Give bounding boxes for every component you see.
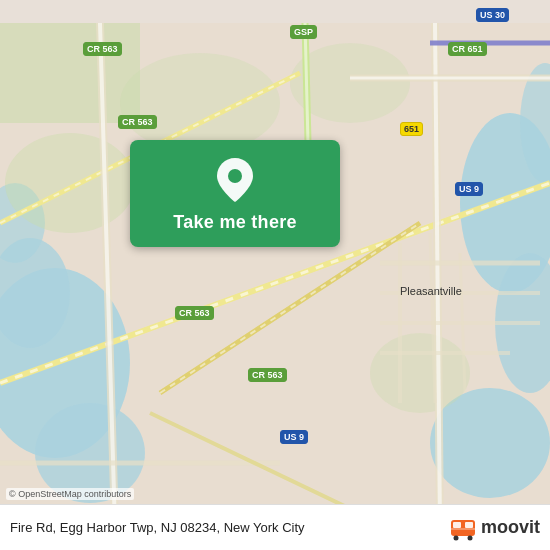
svg-rect-41 — [465, 522, 473, 528]
bottom-bar: Fire Rd, Egg Harbor Twp, NJ 08234, New Y… — [0, 504, 550, 550]
cr563-top-label: CR 563 — [83, 42, 122, 56]
bottom-info: Fire Rd, Egg Harbor Twp, NJ 08234, New Y… — [10, 520, 305, 535]
address-label: Fire Rd, Egg Harbor Twp, NJ 08234, New Y… — [10, 520, 305, 535]
svg-point-43 — [467, 535, 472, 540]
us30-label: US 30 — [476, 8, 509, 22]
map-svg — [0, 0, 550, 550]
svg-point-42 — [453, 535, 458, 540]
cr563-mid1-label: CR 563 — [118, 115, 157, 129]
moovit-bus-icon — [449, 514, 477, 542]
location-pin-icon — [217, 158, 253, 202]
map-container: CR 563 GSP US 30 CR 651 CR 563 651 US 9 … — [0, 0, 550, 550]
cr563-low-label: CR 563 — [175, 306, 214, 320]
take-me-there-label: Take me there — [173, 212, 297, 233]
pleasantville-label: Pleasantville — [400, 285, 462, 297]
svg-rect-9 — [0, 23, 140, 123]
moovit-logo: moovit — [449, 514, 540, 542]
svg-point-38 — [228, 169, 242, 183]
svg-point-13 — [370, 333, 470, 413]
take-me-there-overlay[interactable]: Take me there — [130, 140, 340, 247]
svg-point-10 — [5, 133, 135, 233]
copyright: © OpenStreetMap contributors — [6, 488, 134, 500]
us651-mid-label: 651 — [400, 122, 423, 136]
us9-right-label: US 9 — [455, 182, 483, 196]
cr651-top-label: CR 651 — [448, 42, 487, 56]
us9-bottom-label: US 9 — [280, 430, 308, 444]
moovit-text: moovit — [481, 517, 540, 538]
cr563-low2-label: CR 563 — [248, 368, 287, 382]
gsp-label: GSP — [290, 25, 317, 39]
svg-point-11 — [120, 53, 280, 153]
svg-rect-40 — [453, 522, 461, 528]
svg-rect-44 — [451, 528, 475, 530]
